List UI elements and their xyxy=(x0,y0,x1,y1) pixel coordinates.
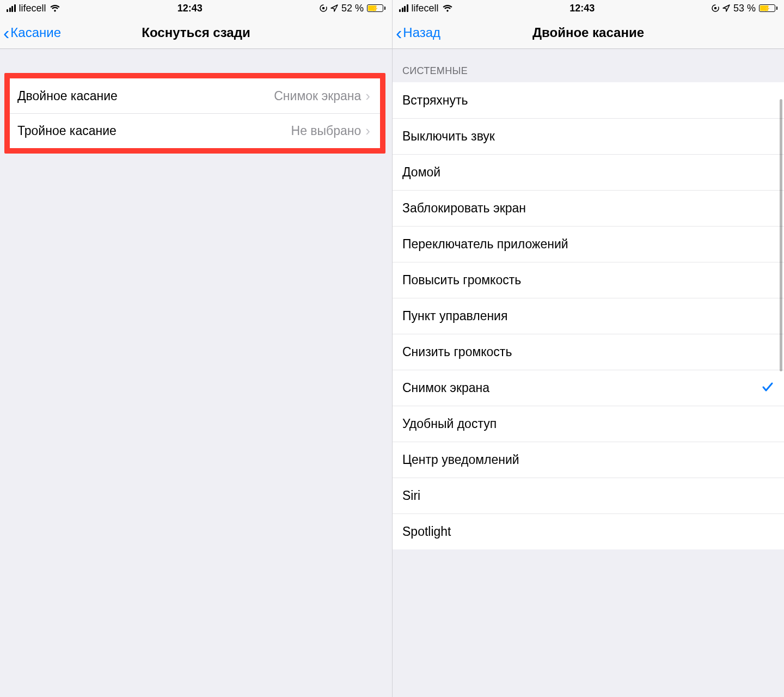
orientation-lock-icon xyxy=(712,4,719,12)
chevron-left-icon: ‹ xyxy=(396,23,402,42)
left-screenshot: lifecell 12:43 52 % ⚡ ‹ Касание Коснутьс… xyxy=(0,0,392,697)
option-label: Повысить громкость xyxy=(402,273,774,288)
option-row[interactable]: Siri xyxy=(393,478,784,513)
status-time: 12:43 xyxy=(569,3,595,14)
section-header: СИСТЕМНЫЕ xyxy=(393,49,784,82)
nav-bar: ‹ Назад Двойное касание xyxy=(393,16,784,49)
right-screenshot: lifecell 12:43 53 % ⚡ ‹ Назад Двойное ка… xyxy=(392,0,784,697)
svg-rect-3 xyxy=(714,7,716,9)
svg-rect-1 xyxy=(322,7,324,9)
status-bar: lifecell 12:43 53 % ⚡ xyxy=(393,0,784,16)
back-label: Касание xyxy=(10,25,61,40)
option-label: Spotlight xyxy=(402,524,774,539)
back-label: Назад xyxy=(403,25,440,40)
option-label: Центр уведомлений xyxy=(402,453,774,467)
checkmark-icon xyxy=(761,381,774,396)
option-row[interactable]: Центр уведомлений xyxy=(393,442,784,478)
chevron-left-icon: ‹ xyxy=(3,23,9,42)
content-area: СИСТЕМНЫЕ ВстряхнутьВыключить звукДомойЗ… xyxy=(393,49,784,697)
location-icon xyxy=(722,4,730,12)
option-label: Siri xyxy=(402,488,774,503)
option-row[interactable]: Снимок экрана xyxy=(393,370,784,406)
row-value: Снимок экрана xyxy=(274,89,361,103)
option-label: Пункт управления xyxy=(402,309,774,323)
option-label: Снимок экрана xyxy=(402,381,761,395)
option-row[interactable]: Spotlight xyxy=(393,513,784,549)
row-value: Не выбрано xyxy=(291,124,362,138)
battery-icon: ⚡ xyxy=(759,4,777,12)
page-title: Двойное касание xyxy=(393,25,784,40)
option-row[interactable]: Снизить громкость xyxy=(393,334,784,370)
scrollbar[interactable] xyxy=(780,99,782,371)
battery-icon: ⚡ xyxy=(367,4,385,12)
status-time: 12:43 xyxy=(177,3,203,14)
back-button[interactable]: ‹ Касание xyxy=(0,23,61,42)
cellular-signal-icon xyxy=(7,4,16,12)
option-row[interactable]: Встряхнуть xyxy=(393,82,784,118)
status-right: 53 % ⚡ xyxy=(712,3,777,14)
triple-tap-row[interactable]: Тройное касание Не выбрано › xyxy=(10,113,380,148)
option-label: Заблокировать экран xyxy=(402,201,774,216)
option-label: Удобный доступ xyxy=(402,417,774,431)
back-tap-list: Двойное касание Снимок экрана › Тройное … xyxy=(10,78,380,148)
nav-bar: ‹ Касание Коснуться сзади xyxy=(0,16,392,49)
wifi-icon xyxy=(50,4,60,12)
option-row[interactable]: Удобный доступ xyxy=(393,406,784,442)
orientation-lock-icon xyxy=(320,4,327,12)
option-label: Выключить звук xyxy=(402,129,774,144)
carrier-label: lifecell xyxy=(412,3,439,14)
annotation-highlight: Двойное касание Снимок экрана › Тройное … xyxy=(4,73,385,154)
option-row[interactable]: Домой xyxy=(393,154,784,190)
status-left: lifecell xyxy=(7,3,60,14)
option-row[interactable]: Переключатель приложений xyxy=(393,226,784,262)
chevron-right-icon: › xyxy=(365,123,370,139)
wifi-icon xyxy=(442,4,453,12)
cellular-signal-icon xyxy=(399,4,408,12)
status-left: lifecell xyxy=(399,3,453,14)
status-right: 52 % ⚡ xyxy=(320,3,385,14)
option-row[interactable]: Выключить звук xyxy=(393,118,784,154)
content-area: Двойное касание Снимок экрана › Тройное … xyxy=(0,49,392,697)
options-list: ВстряхнутьВыключить звукДомойЗаблокирова… xyxy=(393,82,784,549)
double-tap-row[interactable]: Двойное касание Снимок экрана › xyxy=(10,78,380,113)
battery-percent-label: 52 % xyxy=(341,3,364,14)
battery-percent-label: 53 % xyxy=(733,3,756,14)
option-label: Переключатель приложений xyxy=(402,237,774,252)
back-button[interactable]: ‹ Назад xyxy=(393,23,440,42)
option-label: Снизить громкость xyxy=(402,345,774,359)
location-icon xyxy=(330,4,338,12)
status-bar: lifecell 12:43 52 % ⚡ xyxy=(0,0,392,16)
option-row[interactable]: Заблокировать экран xyxy=(393,190,784,226)
option-row[interactable]: Повысить громкость xyxy=(393,262,784,298)
option-row[interactable]: Пункт управления xyxy=(393,298,784,334)
option-label: Домой xyxy=(402,165,774,180)
row-title: Тройное касание xyxy=(17,124,291,138)
carrier-label: lifecell xyxy=(19,3,46,14)
option-label: Встряхнуть xyxy=(402,93,774,108)
chevron-right-icon: › xyxy=(365,88,370,105)
row-title: Двойное касание xyxy=(17,89,274,103)
